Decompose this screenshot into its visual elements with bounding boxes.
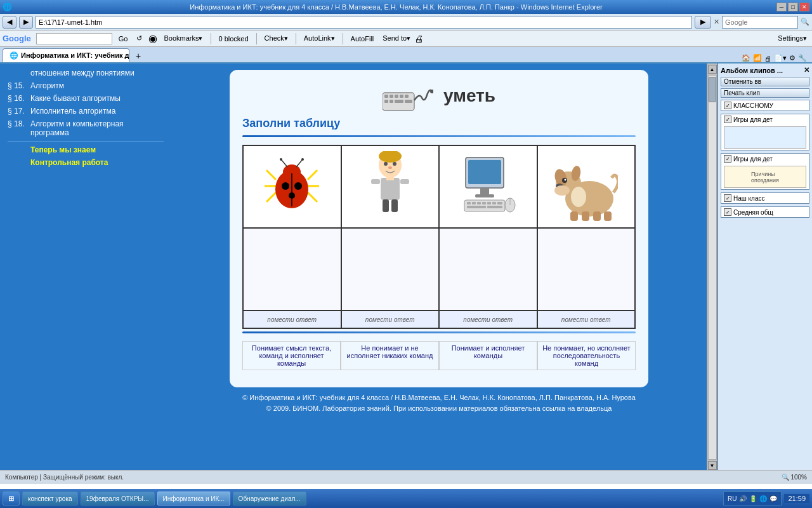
clip-item-4: ✓ Наш класс xyxy=(721,192,809,204)
main-layout: отношения между понятиями § 15. Алгоритм… xyxy=(0,64,812,470)
scrollbar[interactable]: ▲ ▼ xyxy=(707,64,717,470)
svg-rect-34 xyxy=(371,179,380,184)
clip-checkbox-4[interactable]: ✓ xyxy=(724,194,731,202)
back-button[interactable]: ◀ xyxy=(3,16,16,29)
settings-button[interactable]: Settings▾ xyxy=(775,34,809,43)
drop-zone-3[interactable] xyxy=(439,228,537,311)
svg-rect-35 xyxy=(400,179,409,184)
google-search-input[interactable] xyxy=(36,33,112,44)
blocked-button[interactable]: 0 blocked xyxy=(216,34,251,43)
tools-menu-icon[interactable]: ⚙ xyxy=(789,54,796,62)
print-clip-button[interactable]: Печать клип xyxy=(721,88,809,98)
sidebar-item-control-work[interactable]: Контрольная работа xyxy=(8,158,164,167)
taskbar-item-2[interactable]: Информатика и ИК... xyxy=(157,491,230,505)
taskbar-item-3[interactable]: Обнаружение диал... xyxy=(233,491,306,505)
go-google-button[interactable]: Go xyxy=(116,34,131,43)
svg-rect-63 xyxy=(582,211,589,221)
clip-item-5: ✓ Средняя общ xyxy=(721,206,809,218)
svg-point-59 xyxy=(564,178,566,180)
tab-right-icons: 🏠 📶 🖨 📄▾ ⚙ 🔧 xyxy=(742,54,809,62)
sidebar-item-16[interactable]: § 16. Какие бывают алгоритмы xyxy=(8,94,164,103)
taskbar-right: RU 🔊 🔋 🌐 💬 21:59 xyxy=(723,491,809,505)
new-tab-button[interactable]: + xyxy=(132,50,145,62)
sidebar: отношения между понятиями § 15. Алгоритм… xyxy=(0,64,171,470)
drop-zone-row xyxy=(243,228,635,311)
clip-item-1: ✓ КЛАССНОМУ xyxy=(721,100,809,111)
close-button[interactable]: ✕ xyxy=(799,3,809,11)
drop-zone-2[interactable] xyxy=(341,228,440,311)
svg-rect-64 xyxy=(593,211,601,221)
clip-checkbox-2[interactable]: ✓ xyxy=(724,116,731,123)
address-input[interactable] xyxy=(36,16,692,29)
bookmarks-button[interactable]: Bookmarks▾ xyxy=(161,34,205,43)
svg-line-19 xyxy=(281,159,287,167)
separator2 xyxy=(256,33,257,44)
zoom-level: 🔍 100% xyxy=(782,474,807,481)
network-icon[interactable]: 🌐 xyxy=(759,495,767,502)
volume-icon[interactable]: 🔊 xyxy=(739,495,747,502)
go-button[interactable]: ▶ xyxy=(695,16,711,29)
title-bar: 🌐 Информатика и ИКТ: учебник для 4 класс… xyxy=(0,0,812,14)
svg-rect-41 xyxy=(475,194,494,197)
start-button[interactable]: ⊞ xyxy=(3,491,20,505)
drop-zone-1[interactable] xyxy=(243,228,341,311)
forward-button[interactable]: ▶ xyxy=(19,16,33,29)
active-tab[interactable]: 🌐 Информатика и ИКТ: учебник для 4 класс… xyxy=(3,48,129,62)
printer-icon: 🖨 xyxy=(414,34,423,44)
svg-rect-33 xyxy=(386,175,394,180)
drop-zone-4[interactable] xyxy=(537,228,636,311)
svg-rect-50 xyxy=(467,206,486,208)
clipboard-title: Альбом клипов ... ✕ xyxy=(721,66,809,74)
taskbar-item-1[interactable]: 19февраля ОТКРЫ... xyxy=(81,491,155,505)
clip-item-2: ✓ Игры для дет xyxy=(721,114,809,150)
clip-checkbox-3[interactable]: ✓ xyxy=(724,155,731,163)
sidebar-item-15[interactable]: § 15. Алгоритм xyxy=(8,81,164,90)
notification-icon[interactable]: 💬 xyxy=(769,495,777,502)
page-menu-icon[interactable]: 📄▾ xyxy=(774,54,787,62)
home-icon[interactable]: 🏠 xyxy=(742,54,750,62)
svg-point-21 xyxy=(280,158,282,161)
cell-boy xyxy=(341,145,440,228)
svg-rect-36 xyxy=(383,199,389,212)
cancel-button[interactable]: Отменить вв xyxy=(721,77,809,86)
autolink-button[interactable]: AutoLink▾ xyxy=(301,34,337,43)
autofill-button[interactable]: AutoFill xyxy=(348,34,377,43)
tools-icon2[interactable]: 🔧 xyxy=(798,54,807,62)
sidebar-item-now-we-know[interactable]: Теперь мы знаем xyxy=(8,145,164,154)
svg-rect-2 xyxy=(390,95,393,98)
print-icon[interactable]: 🖨 xyxy=(764,55,771,62)
footer: © Информатика и ИКТ: учебник для 4 класс… xyxy=(230,392,648,413)
feed-icon[interactable]: 📶 xyxy=(753,54,762,62)
svg-rect-51 xyxy=(487,206,502,208)
svg-line-14 xyxy=(308,170,317,180)
scroll-down-button[interactable]: ▼ xyxy=(708,461,717,470)
clipboard-panel: Альбом клипов ... ✕ Отменить вв Печать к… xyxy=(717,64,812,470)
desc-2: Не понимает и не исполняет никаких коман… xyxy=(341,341,439,370)
sidebar-item-18[interactable]: § 18. Алгоритм и компьютерная программа xyxy=(8,119,164,137)
taskbar-item-0[interactable]: конспект урока xyxy=(22,491,78,505)
svg-line-11 xyxy=(266,170,276,180)
scroll-up-button[interactable]: ▲ xyxy=(708,65,717,74)
svg-rect-5 xyxy=(405,95,409,98)
separator xyxy=(211,33,211,44)
cell-computer xyxy=(439,145,537,228)
search-icon[interactable]: 🔍 xyxy=(801,18,809,26)
content-header: уметь xyxy=(242,80,636,112)
svg-rect-4 xyxy=(400,95,403,98)
maximize-button[interactable]: □ xyxy=(788,3,798,11)
sendto-button[interactable]: Send to▾ xyxy=(380,34,413,43)
language-indicator: RU xyxy=(728,495,737,502)
svg-rect-43 xyxy=(467,202,471,204)
scroll-thumb[interactable] xyxy=(709,77,716,102)
refresh-button[interactable]: ↺ xyxy=(134,34,145,43)
sidebar-item-relations[interactable]: отношения между понятиями xyxy=(8,69,164,77)
refresh-icon[interactable]: ✕ xyxy=(714,18,719,26)
clip-checkbox-1[interactable]: ✓ xyxy=(724,102,731,109)
clip-checkbox-5[interactable]: ✓ xyxy=(724,208,731,216)
search-input[interactable] xyxy=(722,16,798,29)
sidebar-item-17[interactable]: § 17. Исполнитель алгоритма xyxy=(8,107,164,116)
minimize-button[interactable]: ─ xyxy=(776,3,787,11)
check-button[interactable]: Check▾ xyxy=(262,34,291,43)
separator4 xyxy=(343,33,343,44)
clipboard-close-button[interactable]: ✕ xyxy=(804,66,809,74)
